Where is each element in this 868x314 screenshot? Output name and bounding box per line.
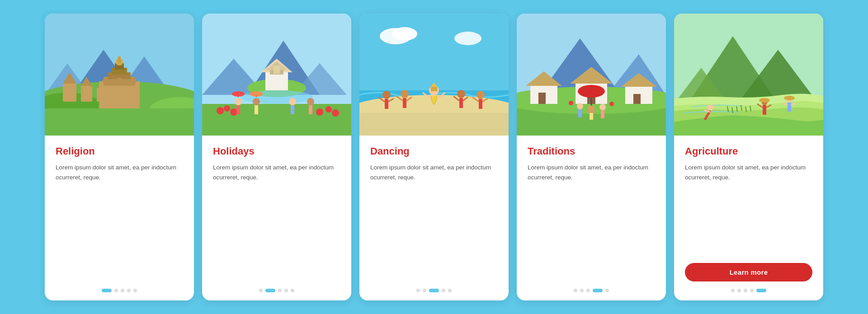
- card-text-religion: Lorem ipsum dolor sit amet, ea per indoc…: [56, 163, 183, 281]
- card-holidays: Holidays Lorem ipsum dolor sit amet, ea …: [202, 14, 351, 300]
- dot-4[interactable]: [133, 289, 137, 292]
- card-text-agriculture: Lorem ipsum dolor sit amet, ea per indoc…: [685, 163, 812, 257]
- svg-point-53: [307, 98, 314, 105]
- svg-point-43: [235, 98, 242, 105]
- svg-point-119: [759, 98, 770, 103]
- card-image-agriculture: [674, 14, 823, 136]
- card-text-traditions: Lorem ipsum dolor sit amet, ea per indoc…: [528, 163, 655, 281]
- card-title-traditions: Traditions: [528, 145, 655, 157]
- svg-point-107: [569, 101, 573, 105]
- dot-3[interactable]: [750, 289, 754, 292]
- card-dots-agriculture: [685, 289, 812, 292]
- svg-point-124: [784, 96, 795, 100]
- svg-rect-104: [601, 110, 604, 118]
- card-image-traditions: [517, 14, 666, 136]
- card-image-holidays: [202, 14, 351, 136]
- card-image-religion: [45, 14, 194, 136]
- cards-container: Religion Lorem ipsum dolor sit amet, ea …: [0, 0, 868, 314]
- dot-0[interactable]: [259, 289, 263, 292]
- card-content-holidays: Holidays Lorem ipsum dolor sit amet, ea …: [202, 136, 351, 300]
- svg-rect-116: [763, 105, 766, 115]
- svg-rect-7: [45, 108, 194, 136]
- svg-point-46: [232, 91, 245, 97]
- dot-1[interactable]: [265, 289, 275, 292]
- svg-rect-20: [118, 56, 121, 63]
- dot-3[interactable]: [442, 289, 445, 292]
- dot-2[interactable]: [586, 289, 590, 292]
- svg-rect-121: [788, 103, 791, 112]
- dot-0[interactable]: [731, 289, 735, 292]
- svg-point-57: [392, 27, 417, 41]
- dot-4[interactable]: [448, 289, 452, 292]
- dot-0[interactable]: [574, 289, 577, 292]
- svg-rect-29: [265, 72, 288, 90]
- svg-point-50: [250, 91, 263, 97]
- card-dancing: Dancing Lorem ipsum dolor sit amet, ea p…: [359, 14, 509, 300]
- svg-point-113: [707, 104, 713, 111]
- dot-4[interactable]: [291, 289, 294, 292]
- dot-1[interactable]: [580, 289, 584, 292]
- card-content-dancing: Dancing Lorem ipsum dolor sit amet, ea p…: [359, 136, 509, 300]
- svg-rect-33: [274, 66, 280, 74]
- svg-point-41: [326, 106, 332, 112]
- card-dots-traditions: [528, 289, 655, 292]
- svg-rect-67: [403, 98, 406, 108]
- svg-point-75: [457, 90, 465, 98]
- dot-0[interactable]: [102, 289, 112, 292]
- card-title-agriculture: Agriculture: [685, 145, 812, 157]
- dot-3[interactable]: [284, 289, 288, 292]
- svg-point-21: [102, 79, 109, 84]
- dot-2[interactable]: [278, 289, 282, 292]
- svg-point-37: [217, 107, 224, 114]
- svg-point-79: [476, 91, 485, 99]
- card-title-dancing: Dancing: [370, 145, 498, 157]
- svg-point-62: [382, 91, 391, 99]
- svg-rect-63: [385, 99, 388, 109]
- svg-point-23: [129, 79, 137, 84]
- svg-rect-61: [359, 113, 509, 136]
- card-religion: Religion Lorem ipsum dolor sit amet, ea …: [45, 14, 194, 300]
- svg-rect-48: [255, 105, 258, 114]
- dot-3[interactable]: [127, 289, 131, 292]
- svg-rect-73: [431, 87, 437, 91]
- svg-point-38: [224, 105, 230, 112]
- dot-2[interactable]: [744, 289, 747, 292]
- learn-more-button[interactable]: Learn more: [685, 263, 812, 281]
- svg-point-51: [289, 98, 296, 105]
- card-dots-holidays: [213, 289, 340, 292]
- card-text-dancing: Lorem ipsum dolor sit amet, ea per indoc…: [370, 163, 498, 281]
- dot-0[interactable]: [416, 289, 420, 292]
- svg-rect-54: [309, 105, 312, 114]
- svg-rect-106: [588, 106, 594, 111]
- card-agriculture: Agriculture Lorem ipsum dolor sit amet, …: [674, 14, 823, 300]
- card-title-holidays: Holidays: [213, 145, 340, 157]
- svg-point-98: [578, 85, 605, 98]
- svg-rect-8: [63, 84, 76, 102]
- dot-1[interactable]: [737, 289, 741, 292]
- svg-point-40: [316, 108, 323, 116]
- svg-point-66: [401, 90, 409, 98]
- dot-2[interactable]: [121, 289, 124, 292]
- svg-point-108: [609, 102, 614, 106]
- card-content-traditions: Traditions Lorem ipsum dolor sit amet, e…: [517, 136, 666, 300]
- svg-rect-100: [578, 109, 582, 117]
- card-content-religion: Religion Lorem ipsum dolor sit amet, ea …: [45, 136, 194, 300]
- dot-2[interactable]: [429, 289, 439, 292]
- svg-point-103: [599, 104, 606, 110]
- svg-rect-96: [633, 94, 641, 104]
- svg-rect-52: [291, 105, 294, 114]
- svg-rect-80: [479, 99, 482, 109]
- svg-rect-44: [236, 105, 240, 114]
- svg-point-58: [454, 32, 481, 45]
- dot-1[interactable]: [423, 289, 426, 292]
- card-image-dancing: [359, 14, 509, 136]
- svg-rect-76: [459, 98, 463, 108]
- dot-3[interactable]: [593, 289, 603, 292]
- dot-1[interactable]: [114, 289, 118, 292]
- dot-4[interactable]: [605, 289, 609, 292]
- dot-4[interactable]: [756, 289, 766, 292]
- svg-point-99: [577, 103, 583, 109]
- svg-point-39: [230, 108, 237, 116]
- svg-rect-10: [81, 86, 92, 102]
- card-dots-religion: [56, 289, 183, 292]
